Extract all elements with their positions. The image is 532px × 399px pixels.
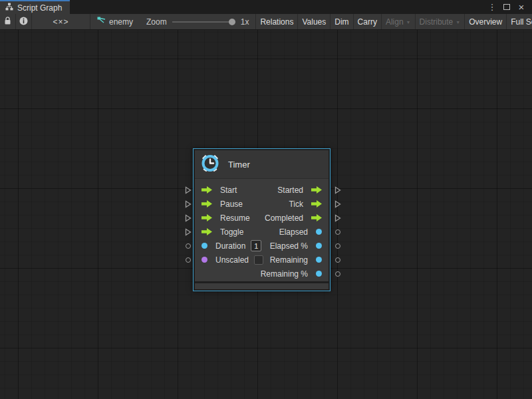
code-view-button[interactable]: <×> xyxy=(32,14,90,29)
toolbar-button-distribute[interactable]: Distribute▼ xyxy=(416,14,466,29)
toolbar-button-full-screen[interactable]: Full Screen xyxy=(507,14,532,29)
graph-canvas[interactable]: Timer StartStartedPauseTickResumeComplet… xyxy=(0,30,532,399)
zoom-value: 1x xyxy=(241,17,249,27)
external-flow-port-resume[interactable] xyxy=(184,214,192,222)
external-data-port-elapsed[interactable] xyxy=(334,228,341,236)
external-flow-port-pause[interactable] xyxy=(184,200,192,208)
timer-node-header[interactable]: Timer xyxy=(195,150,329,179)
toolbar-button-overview[interactable]: Overview xyxy=(465,14,507,29)
external-flow-port-toggle[interactable] xyxy=(184,228,192,236)
toolbar-button-label: Align xyxy=(386,17,404,27)
external-data-port-unscaled[interactable] xyxy=(184,256,192,264)
toolbar-button-label: Carry xyxy=(358,17,377,27)
info-button[interactable] xyxy=(16,14,32,29)
node-rows: StartStartedPauseTickResumeCompletedTogg… xyxy=(195,179,329,281)
tab-title: Script Graph xyxy=(17,3,62,13)
external-flow-port-start[interactable] xyxy=(184,186,192,194)
toolbar-button-label: Dim xyxy=(334,17,348,27)
port-label-remaining: Remaining xyxy=(270,255,308,265)
port-label-remaining: Remaining % xyxy=(261,269,308,279)
breadcrumb[interactable]: enemy xyxy=(90,14,140,29)
toolbar-button-label: Full Screen xyxy=(511,17,532,27)
toolbar-button-values[interactable]: Values xyxy=(298,14,331,29)
flow-port-icon[interactable] xyxy=(201,184,212,196)
toolbar-button-label: Distribute xyxy=(420,17,454,27)
data-port-icon[interactable] xyxy=(316,271,322,277)
maximize-icon[interactable] xyxy=(501,2,512,13)
toolbar-button-carry[interactable]: Carry xyxy=(354,14,382,29)
external-data-port-remaining[interactable] xyxy=(334,256,341,264)
external-data-port-duration[interactable] xyxy=(184,242,192,250)
code-icon: <×> xyxy=(53,17,68,27)
node-row: ResumeCompleted xyxy=(195,211,329,225)
external-flow-port-started[interactable] xyxy=(334,186,341,194)
flow-port-icon[interactable] xyxy=(311,212,322,224)
port-label-pause: Pause xyxy=(220,200,243,209)
toolbar-button-label: Relations xyxy=(260,17,293,27)
toolbar-button-relations[interactable]: Relations xyxy=(256,14,298,29)
toolbar-buttons: RelationsValuesDimCarryAlign▼Distribute▼… xyxy=(255,14,532,29)
window-controls: ⋮ × xyxy=(487,0,532,14)
data-port-icon[interactable] xyxy=(316,257,322,263)
external-flow-port-completed[interactable] xyxy=(334,214,341,222)
zoom-slider-thumb[interactable] xyxy=(229,19,235,25)
port-label-resume: Resume xyxy=(220,213,250,223)
node-row: Remaining % xyxy=(195,267,329,281)
breadcrumb-label: enemy xyxy=(109,17,133,27)
lock-icon xyxy=(4,17,11,27)
node-title: Timer xyxy=(228,160,250,170)
node-footer xyxy=(195,283,329,289)
flow-port-icon[interactable] xyxy=(201,226,212,238)
bool-port-icon[interactable] xyxy=(201,257,207,263)
lock-button[interactable] xyxy=(0,14,16,29)
toolbar-button-align[interactable]: Align▼ xyxy=(382,14,416,29)
flow-port-icon[interactable] xyxy=(311,198,322,210)
zoom-slider[interactable] xyxy=(172,21,235,23)
port-label-elapsed: Elapsed % xyxy=(270,241,308,251)
node-row: StartStarted xyxy=(195,183,329,197)
close-icon[interactable]: × xyxy=(516,2,527,13)
data-port-icon[interactable] xyxy=(201,243,207,249)
port-label-tick: Tick xyxy=(289,200,303,209)
external-flow-port-tick[interactable] xyxy=(334,200,341,208)
toolbar-button-label: Values xyxy=(302,17,326,27)
port-label-start: Start xyxy=(220,186,237,195)
graph-node-icon xyxy=(97,17,106,27)
chevron-down-icon: ▼ xyxy=(456,20,460,25)
zoom-label: Zoom xyxy=(146,17,167,27)
node-row: Duration1Elapsed % xyxy=(195,239,329,253)
script-graph-window: Script Graph ⋮ × xyxy=(0,0,532,399)
flow-port-icon[interactable] xyxy=(201,212,212,224)
zoom-control: Zoom 1x xyxy=(140,14,255,29)
port-label-unscaled: Unscaled xyxy=(215,255,249,265)
alarm-clock-icon xyxy=(200,153,220,176)
info-icon xyxy=(19,17,28,27)
external-data-port-remaining[interactable] xyxy=(334,270,341,278)
unscaled-checkbox[interactable] xyxy=(254,255,263,265)
node-row: UnscaledRemaining xyxy=(195,253,329,267)
external-data-port-elapsed[interactable] xyxy=(334,242,341,250)
port-label-duration: Duration xyxy=(215,241,245,251)
timer-node[interactable]: Timer StartStartedPauseTickResumeComplet… xyxy=(193,148,331,291)
timer-node-body: Timer StartStartedPauseTickResumeComplet… xyxy=(195,150,329,281)
toolbar-button-label: Overview xyxy=(469,17,502,27)
script-graph-icon xyxy=(5,3,13,13)
port-label-elapsed: Elapsed xyxy=(279,227,308,237)
tab-bar: Script Graph ⋮ × xyxy=(0,0,532,14)
port-label-started: Started xyxy=(277,186,303,195)
flow-port-icon[interactable] xyxy=(311,184,322,196)
data-port-icon[interactable] xyxy=(316,229,322,235)
tab-script-graph[interactable]: Script Graph xyxy=(0,0,70,14)
node-row: PauseTick xyxy=(195,197,329,211)
data-port-icon[interactable] xyxy=(316,243,322,249)
port-label-toggle: Toggle xyxy=(220,227,243,237)
duration-input[interactable]: 1 xyxy=(251,240,261,251)
port-label-completed: Completed xyxy=(265,213,303,223)
flow-port-icon[interactable] xyxy=(201,198,212,210)
node-row: ToggleElapsed xyxy=(195,225,329,239)
menu-icon[interactable]: ⋮ xyxy=(487,2,497,13)
chevron-down-icon: ▼ xyxy=(406,20,411,25)
graph-toolbar: <×> enemy Zoom 1x RelationsValuesDimCarr… xyxy=(0,14,532,30)
toolbar-button-dim[interactable]: Dim xyxy=(331,14,353,29)
